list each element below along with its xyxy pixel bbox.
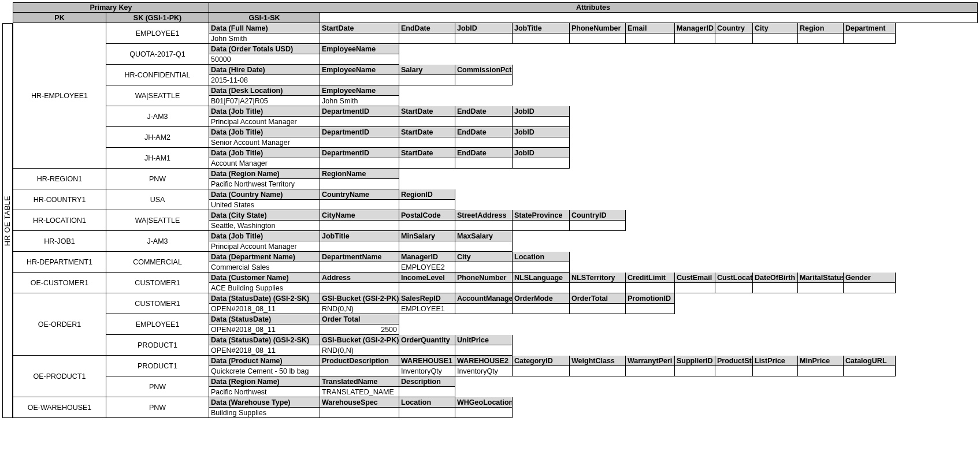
pk-cell: OE-CUSTOMER1 bbox=[13, 273, 106, 293]
attr-header: Data (StatusDate) (GSI-2-SK) bbox=[209, 293, 320, 304]
attr-header: JobID bbox=[455, 23, 513, 33]
attr-value bbox=[455, 262, 513, 273]
attr-header: CustEmail bbox=[675, 273, 715, 283]
attr-value bbox=[513, 33, 570, 44]
sk-cell: QUOTA-2017-Q1 bbox=[106, 44, 209, 65]
attr-value bbox=[798, 366, 844, 376]
attr-value bbox=[715, 283, 753, 293]
attr-value bbox=[455, 158, 513, 169]
attr-header: ListPrice bbox=[753, 356, 798, 366]
attr-value: RND(0,N) bbox=[320, 345, 399, 356]
attr-value bbox=[320, 179, 399, 189]
pk-cell: OE-ORDER1 bbox=[13, 293, 106, 356]
pk-cell: HR-LOCATION1 bbox=[13, 210, 106, 231]
attr-value: 50000 bbox=[209, 54, 320, 65]
attr-header: City bbox=[455, 252, 513, 262]
attr-value: 2500 bbox=[320, 324, 399, 335]
attr-header: StartDate bbox=[399, 106, 455, 117]
attr-value bbox=[675, 33, 715, 44]
attr-value bbox=[320, 221, 399, 231]
attr-header: Data (Department Name) bbox=[209, 252, 320, 262]
sk-cell: J-AM3 bbox=[106, 106, 209, 127]
attr-header: OrderQuantity bbox=[399, 335, 455, 345]
attr-header: WarehouseSpec bbox=[320, 397, 399, 408]
attr-header: WHGeoLocation bbox=[455, 397, 513, 408]
attr-value bbox=[399, 221, 455, 231]
attr-value bbox=[320, 262, 399, 273]
attr-header: ProductDescription bbox=[320, 356, 399, 366]
attr-header: Data (Warehouse Type) bbox=[209, 397, 320, 408]
attr-header: EmployeeName bbox=[320, 65, 399, 75]
pk-cell: HR-REGION1 bbox=[13, 169, 106, 189]
attr-value bbox=[320, 117, 399, 127]
attr-header: Gender bbox=[844, 273, 896, 283]
attr-header: PhoneNumber bbox=[455, 273, 513, 283]
attr-header: JobID bbox=[513, 148, 570, 158]
sk-cell: PNW bbox=[106, 169, 209, 189]
attr-header: Data (Job Title) bbox=[209, 148, 320, 158]
attr-header: StartDate bbox=[399, 148, 455, 158]
attr-value: Commercial Sales bbox=[209, 262, 320, 273]
attr-value bbox=[320, 158, 399, 169]
header-spacer bbox=[320, 13, 978, 23]
attr-value bbox=[715, 366, 753, 376]
attr-header: OrderMode bbox=[513, 293, 570, 304]
pk-cell: OE-WAREHOUSE1 bbox=[13, 397, 106, 418]
attr-value: John Smith bbox=[320, 96, 399, 106]
attr-value: OPEN#2018_08_11 bbox=[209, 324, 320, 335]
attr-value bbox=[513, 117, 570, 127]
attr-value bbox=[675, 283, 715, 293]
attr-value: InventoryQty bbox=[399, 366, 455, 376]
table-vertical-tab: HR OE TABLE bbox=[2, 23, 13, 418]
attr-header: IncomeLevel bbox=[399, 273, 455, 283]
attr-value bbox=[320, 75, 399, 85]
attr-value bbox=[320, 137, 399, 148]
attr-header: Data (City State) bbox=[209, 210, 320, 221]
attr-value bbox=[399, 75, 455, 85]
attr-value: Pacific Northwest Territory bbox=[209, 179, 320, 189]
attr-header: StartDate bbox=[320, 23, 399, 33]
attr-header: DepartmentName bbox=[320, 252, 399, 262]
attr-value bbox=[399, 33, 455, 44]
attr-header: Order Total bbox=[320, 314, 399, 324]
attr-value bbox=[399, 137, 455, 148]
attr-value bbox=[320, 366, 399, 376]
attr-header: JobTitle bbox=[513, 23, 570, 33]
attr-value: Quickcrete Cement - 50 lb bag bbox=[209, 366, 320, 376]
attr-value bbox=[626, 304, 675, 314]
sk-cell: WA|SEATTLE bbox=[106, 210, 209, 231]
attr-value: EMPLOYEE1 bbox=[399, 304, 455, 314]
attr-value bbox=[320, 200, 399, 210]
sk-cell: JH-AM2 bbox=[106, 127, 209, 148]
attr-header: StreetAddress bbox=[455, 210, 513, 221]
attr-value bbox=[455, 345, 513, 356]
attr-header: MinPrice bbox=[798, 356, 844, 366]
attr-value bbox=[399, 283, 455, 293]
attr-header: Data (Region Name) bbox=[209, 376, 320, 387]
attr-header: NLSTerritory bbox=[570, 273, 626, 283]
attr-value bbox=[399, 200, 455, 210]
attr-value bbox=[513, 221, 570, 231]
attr-header: JobID bbox=[513, 127, 570, 137]
attr-header: PromotionID bbox=[626, 293, 675, 304]
attr-value bbox=[570, 33, 626, 44]
attr-value bbox=[513, 262, 570, 273]
sk-cell: PNW bbox=[106, 376, 209, 397]
attr-header: CustLocatio bbox=[715, 273, 753, 283]
sk-cell: CUSTOMER1 bbox=[106, 273, 209, 293]
attr-value: 2015-11-08 bbox=[209, 75, 320, 85]
header-attributes: Attributes bbox=[209, 2, 978, 13]
attr-value bbox=[455, 241, 513, 252]
attr-value: TRANSLATED_NAME bbox=[320, 387, 399, 397]
attr-value bbox=[798, 33, 844, 44]
attr-value bbox=[570, 304, 626, 314]
attr-header: GSI-Bucket (GSI-2-PK) bbox=[320, 335, 399, 345]
attr-value bbox=[455, 117, 513, 127]
attr-header: EmployeeName bbox=[320, 44, 399, 54]
sk-cell: EMPLOYEE1 bbox=[106, 23, 209, 44]
attr-value bbox=[513, 366, 570, 376]
header-pk: PK bbox=[13, 13, 106, 23]
attr-value: John Smith bbox=[209, 33, 320, 44]
attr-value bbox=[753, 283, 798, 293]
attr-header: Data (StatusDate) (GSI-2-SK) bbox=[209, 335, 320, 345]
